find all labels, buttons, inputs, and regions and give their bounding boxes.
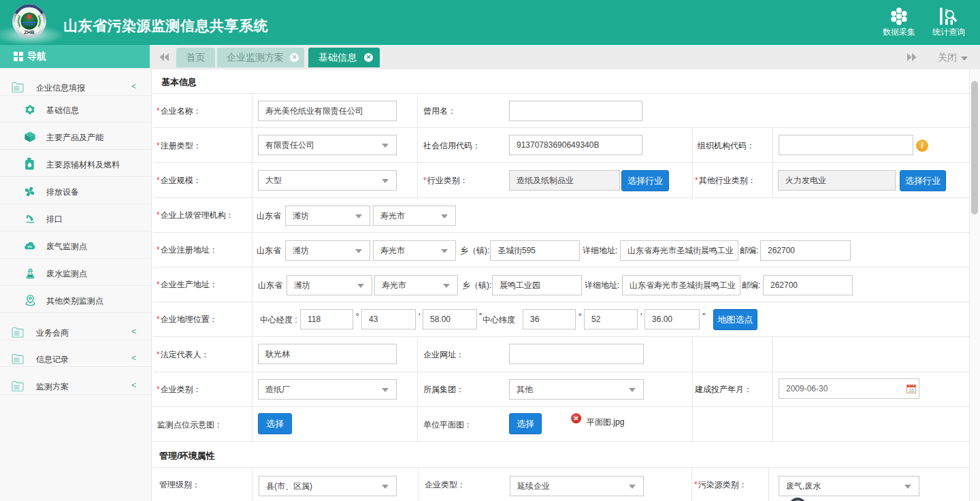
svg-text:co: co [27,244,32,248]
svg-text:15: 15 [909,388,914,393]
svg-text:ZHB: ZHB [24,29,35,35]
